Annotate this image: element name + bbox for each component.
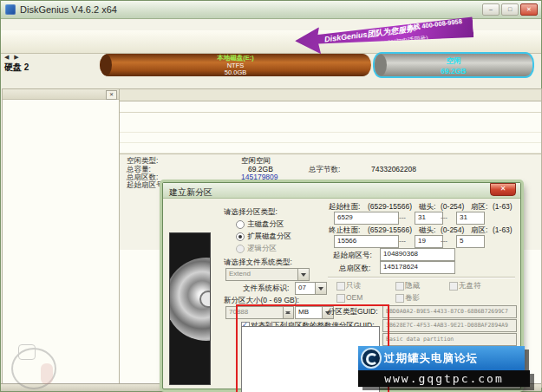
ad-brand-text: DiskGenius团队为您服务! [323, 23, 416, 46]
separator [328, 277, 515, 278]
free-space-name: 空闲 [375, 55, 532, 65]
oem-label: OEM [346, 293, 362, 302]
fs-type-value: Extend [229, 270, 251, 278]
total-sectors-label: 总扇区数: [339, 264, 370, 274]
size-value: 70888 [229, 308, 248, 316]
end-cyl-range: (6529-15566) [368, 225, 412, 234]
fs-type-combo: Extend [225, 268, 310, 281]
end-cyl-value: 15566 [337, 237, 356, 245]
total-sectors-value: 145178624 [383, 263, 418, 271]
end-cyl-input[interactable]: 15566 [334, 235, 399, 248]
end-head-value: 19 [418, 237, 426, 245]
total-sectors-input[interactable]: 145178624 [380, 261, 455, 274]
faint-stamp-watermark [11, 344, 63, 389]
forum-watermark: 过期罐头电脑论坛 www.gqgtpc.com [358, 346, 530, 387]
diskgenius-window: DiskGenius V4.6.2 x64 – □ ✕ DiskGenius团队… [0, 0, 542, 392]
start-cyl-range: (6529-15566) [368, 202, 412, 211]
dash-separator: --- [399, 213, 406, 221]
detail-value: 74332062208 [371, 165, 416, 173]
sector-range: (1-63) [493, 202, 513, 211]
close-icon[interactable]: ✕ [520, 3, 538, 16]
dash-separator: --- [441, 237, 447, 245]
start-sector-no-input[interactable]: 104890368 [380, 248, 455, 261]
title-bar: DiskGenius V4.6.2 x64 – □ ✕ [1, 1, 541, 19]
forum-url: www.gqgtpc.com [358, 370, 530, 387]
spinner-icon[interactable] [283, 307, 293, 318]
dash-separator: --- [399, 237, 406, 245]
start-sector-no-label: 起始扇区号: [333, 251, 372, 261]
end-sector-value: 5 [460, 237, 463, 245]
guid-type-label: 分区类型GUID: [328, 307, 378, 317]
size-input[interactable]: 70888 [225, 306, 294, 319]
start-sector-no-value: 104890368 [383, 250, 418, 258]
partition-name-field: Basic data partition [382, 333, 517, 346]
disk-nav-arrows[interactable]: ◀ ▶ [4, 54, 39, 61]
chevron-down-icon [297, 269, 309, 280]
guid-type-field: EBD0A0A2-B9E5-4433-87C0-68B6B72699C7 [382, 305, 517, 318]
guid-value: 3B628E7C-4F53-4AB3-9E21-D08BAF2894A9 [386, 322, 508, 329]
start-cyl-input[interactable]: 6529 [334, 212, 399, 225]
end-sector-input[interactable]: 5 [456, 235, 485, 248]
maximize-icon[interactable]: □ [501, 3, 519, 16]
head-range: (0-254) [441, 225, 464, 234]
noletter-checkbox [449, 282, 458, 291]
start-head-input[interactable]: 31 [415, 212, 443, 225]
free-space-block[interactable]: 空闲 69.2GB [373, 52, 534, 78]
table-header [120, 101, 541, 113]
disk-tree-panel: ✕ [2, 88, 120, 388]
readonly-checkbox [336, 282, 345, 291]
start-sector-value: 31 [460, 213, 467, 221]
radio-extended-partition[interactable] [236, 232, 245, 241]
partition-name-value: Basic data partition [386, 336, 454, 343]
ad-arrow-ribbon: DiskGenius团队为您服务! 热线 400-008-9958 QQ: 40… [294, 16, 474, 56]
disk-bar-panel: ◀ ▶ 硬盘 2 本地磁盘(E:) NTFS 50.0GB 空闲 69.2GB [1, 54, 541, 77]
fs-id-value: 07 [298, 284, 306, 291]
free-space-size: 69.2GB [375, 65, 532, 75]
head-range: (0-254) [441, 202, 464, 211]
disk-label: 硬盘 2 [4, 62, 39, 74]
sector-range: (1-63) [493, 225, 513, 234]
dialog-title: 建立新分区 [163, 187, 212, 197]
end-head-input[interactable]: 19 [415, 235, 443, 248]
start-sector-input[interactable]: 31 [456, 212, 485, 225]
partition-type-label: 请选择分区类型: [224, 207, 278, 218]
start-head-value: 31 [418, 213, 426, 221]
size-unit-value: MB [298, 308, 309, 316]
chevron-down-icon [315, 283, 326, 294]
partition-block-local-e[interactable]: 本地磁盘(E:) NTFS 50.0GB [100, 54, 371, 76]
detail-label: 总字节数: [309, 165, 340, 175]
start-cyl-value: 6529 [337, 213, 353, 221]
guid-type-value: EBD0A0A2-B9E5-4433-87C0-68B6B72699C7 [386, 308, 508, 315]
dialog-close-icon[interactable]: ✕ [490, 183, 516, 196]
radio-primary-partition[interactable] [236, 220, 245, 229]
ad-banner: DiskGenius团队为您服务! 热线 400-008-9958 QQ: 40… [245, 19, 477, 53]
forum-logo-icon [361, 348, 382, 369]
shadow-checkbox [395, 294, 404, 303]
ad-hotline: 热线 400-008-9958 [407, 17, 463, 33]
radio-extended-label[interactable]: 扩展磁盘分区 [247, 232, 291, 242]
disk-platter-image [169, 232, 211, 385]
noletter-label: 无盘符 [459, 281, 481, 291]
dialog-title-bar[interactable]: 建立新分区 ✕ [163, 183, 520, 199]
fs-type-label: 请选择文件系统类型: [224, 258, 292, 268]
app-icon [5, 4, 16, 15]
guid-field: 3B628E7C-4F53-4AB3-9E21-D08BAF2894A9 [382, 319, 517, 332]
radio-logical-partition [236, 245, 245, 253]
radio-primary-label[interactable]: 主磁盘分区 [247, 219, 284, 230]
partition-size: 50.0GB [100, 69, 371, 76]
tree-panel-header: ✕ [3, 89, 119, 100]
detail-label: 起始扇区号: [127, 180, 166, 191]
close-panel-icon[interactable]: ✕ [106, 90, 117, 100]
readonly-label: 只读 [346, 281, 361, 291]
dash-separator: --- [441, 213, 447, 221]
oem-checkbox [336, 294, 345, 303]
hidden-checkbox [395, 282, 404, 291]
forum-name: 过期罐头电脑论坛 [384, 351, 478, 366]
disk-info-bar [1, 78, 542, 88]
fs-id-combo[interactable]: 07 [295, 282, 327, 295]
table-empty-rows [120, 122, 541, 154]
window-title: DiskGenius V4.6.2 x64 [20, 4, 117, 15]
size-label: 新分区大小(0 - 69 GB): [224, 296, 299, 306]
detail-value: 145179809 [241, 173, 278, 181]
minimize-icon[interactable]: – [482, 3, 500, 16]
